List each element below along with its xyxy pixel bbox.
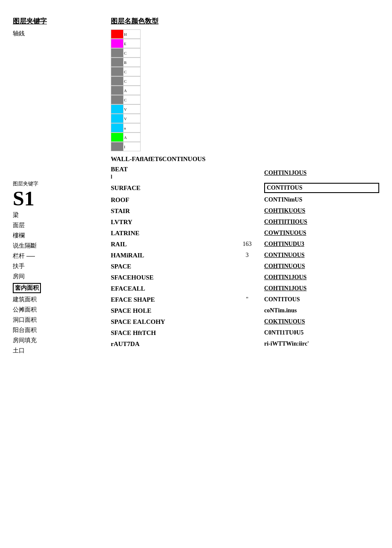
s1-section: 图层夹键字 S1 [13, 180, 107, 209]
color-block [111, 95, 124, 104]
table-row: RAIL163COHTINUDU3 [111, 239, 379, 250]
row-type: CONTITOUS [264, 183, 379, 193]
color-chart: HECBCCACVVnAI [111, 29, 379, 151]
layer-name-cell: B [124, 58, 141, 67]
row-name: ROOF [111, 196, 230, 204]
table-row: ROOFCONTINimUS [111, 194, 379, 205]
color-block [111, 76, 124, 86]
row-type: CONTINimUS [264, 196, 379, 203]
left-item: 土口 [13, 347, 107, 355]
table-rows-container: BEATlCOHTIN1JOUSSURFACECONTITOUSROOFCONT… [111, 164, 379, 349]
table-row: LVTRYCOHTIITIIOUS [111, 216, 379, 228]
row-type: CONTINUOUS [264, 252, 379, 259]
right-header-title: 图层名颜色敎型 [111, 17, 159, 26]
table-row: SPACECOHTINUOUS [111, 261, 379, 272]
row-num: 3 [230, 252, 264, 259]
table-row: SPACE EALCOHYCOKTINUOUS [111, 316, 379, 327]
row-name: SPACE EALCOHY [111, 318, 230, 326]
layer-name-cell: I [124, 142, 141, 151]
left-item: 套内面积 [13, 283, 41, 293]
right-panel: 图层名颜色敎型 HECBCCACVVnAI WALL-FAflAfET6CONT… [107, 17, 379, 357]
row-name: RAIL [111, 241, 230, 248]
left-item: 洞口面积 [13, 316, 107, 324]
left-item: 扶手 [13, 262, 107, 270]
color-block [111, 114, 124, 123]
table-area: WALL-FAflAfET6CONTINUOUS BEATlCOHTIN1JOU… [111, 156, 379, 349]
color-block [111, 67, 124, 76]
color-strip [111, 29, 124, 151]
table-row: SPACE HOLEcoNTim.inus [111, 305, 379, 316]
color-block [111, 133, 124, 142]
row-name: LATRINE [111, 230, 230, 237]
color-block [111, 58, 124, 67]
row-type: COHTINUDU3 [264, 241, 379, 248]
color-block [111, 123, 124, 133]
right-header: 图层名颜色敎型 [111, 17, 379, 26]
table-row: BEATlCOHTIN1JOUS [111, 164, 379, 182]
table-row: SFACE HftTCHC0NTI1TU0U5 [111, 327, 379, 338]
dash-line [26, 256, 35, 257]
layer-name-cell: C [124, 48, 141, 58]
left-item: 建筑面积 [13, 296, 107, 303]
table-row: EFACEALLCOHTIN1JOUS [111, 283, 379, 294]
page-container: 图层夹键字 轴銭 图层夹键字 S1 梁面层樓欄说生隔斷栏杆扶手房间套内面积建筑面… [13, 17, 379, 357]
color-block [111, 86, 124, 95]
table-row: HAMiRAIL3CONTINUOUS [111, 250, 379, 261]
row-name: SPACE HOLE [111, 307, 230, 314]
left-item: 房间 [13, 273, 107, 280]
layer-name-cell: A [124, 133, 141, 142]
color-block [111, 104, 124, 114]
row-name: rAUT7DA [111, 340, 230, 348]
layer-name-cell: E [124, 39, 141, 48]
left-panel: 图层夹键字 轴銭 图层夹键字 S1 梁面层樓欄说生隔斷栏杆扶手房间套内面积建筑面… [13, 17, 107, 357]
row-name: SFACE HftTCH [111, 329, 230, 337]
color-block [111, 48, 124, 58]
table-row: EFACE SHAPE"CONTITOUS [111, 294, 379, 305]
color-block [111, 142, 124, 151]
row-name: STAIR [111, 208, 230, 215]
layer-names-strip: HECBCCACVVnAI [124, 29, 141, 151]
row-type: COHTIN1JOUS [264, 170, 379, 176]
row-type: coNTim.inus [264, 307, 379, 314]
layer-name-cell: H [124, 29, 141, 39]
row-num: 163 [230, 241, 264, 248]
left-item: 栏杆 [13, 252, 107, 260]
row-type: COHTIITIIOUS [264, 219, 379, 225]
row-name: SFACEHOUSE [111, 274, 230, 281]
row-type: C0NTI1TU0U5 [264, 329, 379, 336]
layer-name-cell: C [124, 67, 141, 76]
s1-label: 图层夹键字 [13, 180, 107, 187]
table-row: SFACEHOUSECOHTIN1JOUS [111, 272, 379, 283]
first-row: WALL-FAflAfET6CONTINUOUS [111, 156, 379, 163]
row-type: COHTINUOUS [264, 263, 379, 270]
row-type: COHTIN1JOUS [264, 285, 379, 292]
left-item: 樓欄 [13, 232, 107, 239]
row-type: CONTITOUS [264, 296, 379, 303]
row-name: BEATl [111, 166, 230, 180]
layer-name-cell: C [124, 95, 141, 104]
table-row: SURFACECONTITOUS [111, 182, 379, 194]
layer-name-cell: A [124, 86, 141, 95]
left-item: 公摊面积 [13, 306, 107, 314]
row-name: SURFACE [111, 185, 230, 192]
row-name: HAMiRAIL [111, 252, 230, 259]
row-type: ri-iWTTWin:iirc' [264, 340, 379, 347]
left-item: 阳台面积 [13, 326, 107, 334]
spacer [13, 40, 107, 176]
row-type: COHTIN1JOUS [264, 274, 379, 281]
left-items-container: 梁面层樓欄说生隔斷栏杆扶手房间套内面积建筑面积公摊面积洞口面积阳台面积房间填充土… [13, 211, 107, 355]
row-type: COWTINUOUS [264, 230, 379, 237]
color-block [111, 29, 124, 39]
row-num: " [230, 296, 264, 303]
color-block [111, 39, 124, 48]
layer-name-cell: V [124, 114, 141, 123]
layer-name-cell: n [124, 123, 141, 133]
row-name: SPACE [111, 263, 230, 270]
layer-name-cell: C [124, 76, 141, 86]
table-row: STAIRCOHTIKUOUS [111, 205, 379, 216]
left-item: 面层 [13, 222, 107, 229]
left-item: 房间填充 [13, 337, 107, 344]
left-item: 梁 [13, 211, 107, 219]
s1-big: S1 [13, 188, 107, 209]
left-item: 说生隔斷 [13, 242, 107, 250]
